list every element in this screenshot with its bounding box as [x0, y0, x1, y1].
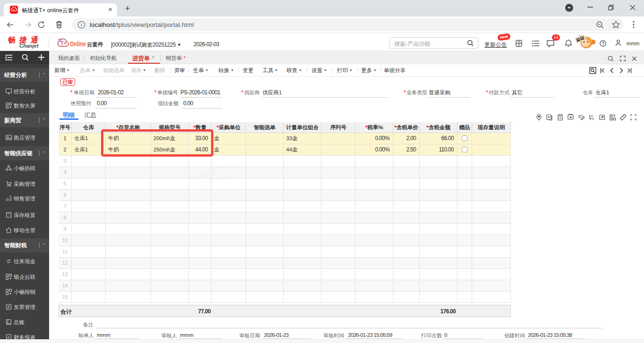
svg-text:?: ? — [602, 41, 605, 46]
svg-text:T+: T+ — [60, 40, 67, 46]
